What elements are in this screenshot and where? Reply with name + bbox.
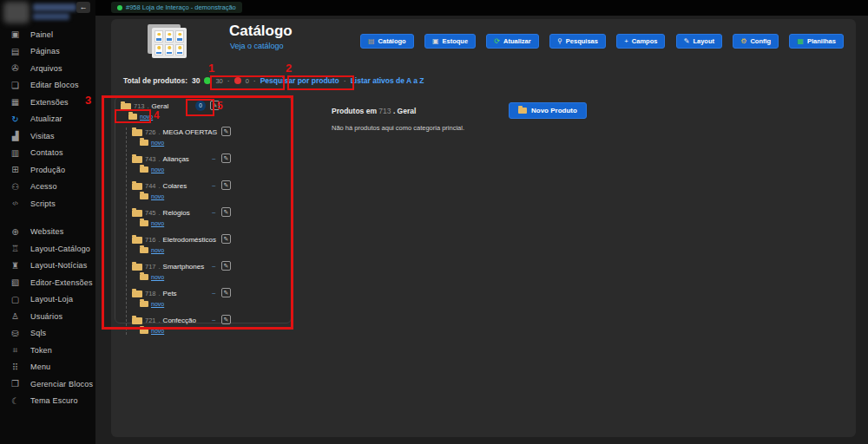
- sidebar-item-producao[interactable]: ⊞ Produção: [0, 161, 95, 179]
- edit-category-icon[interactable]: ✎: [221, 261, 231, 271]
- button-label: Pesquisas: [566, 37, 598, 45]
- category-row[interactable]: 726 . MEGA OFERTAS – ✎: [132, 127, 234, 137]
- search-product-link[interactable]: Pesquisar por produto: [260, 76, 339, 85]
- collapse-dash-icon[interactable]: –: [212, 289, 215, 297]
- new-folder-icon: [140, 274, 148, 280]
- collapse-dash-icon[interactable]: –: [212, 127, 215, 135]
- sidebar-item-contatos[interactable]: ▥ Contatos: [0, 145, 95, 162]
- pesquisas-button[interactable]: ⚲ Pesquisas: [549, 34, 606, 49]
- view-catalog-link[interactable]: Veja o catálogo: [230, 42, 284, 50]
- category-row[interactable]: 744 . Colares – ✎: [132, 181, 234, 191]
- category-number: 716: [145, 236, 156, 244]
- layout-button[interactable]: ✎ Layout: [676, 34, 722, 49]
- sidebar-item-layout-noticias[interactable]: ♜ Layout-Notícias: [0, 258, 95, 275]
- sidebar-item-tema-escuro[interactable]: ☾ Tema Escuro: [0, 393, 95, 410]
- edit-category-icon[interactable]: ✎: [221, 234, 231, 244]
- sidebar-item-layout-catalogo[interactable]: ♖ Layout-Catálogo: [0, 240, 95, 258]
- new-category-link[interactable]: novo: [151, 301, 164, 307]
- collapse-dash-icon[interactable]: –: [212, 235, 215, 243]
- catalogo-button[interactable]: ▤ Catálogo: [360, 34, 414, 49]
- new-category-link[interactable]: novo: [140, 114, 153, 120]
- category-row[interactable]: 745 . Relógios – ✎: [132, 208, 234, 218]
- root-category-row[interactable]: 713 . Geral 0 ✎: [121, 101, 223, 111]
- sidebar-item-painel[interactable]: ▣ Painel: [0, 26, 95, 43]
- new-folder-icon: [140, 247, 148, 253]
- planilhas-button[interactable]: ▦ Planilhas: [789, 34, 844, 49]
- sidebar-item-label: Visitas: [30, 132, 55, 140]
- collapse-dash-icon[interactable]: –: [212, 316, 215, 323]
- new-category-link[interactable]: novo: [151, 328, 164, 334]
- sidebar-item-acesso[interactable]: ⚇ Acesso: [0, 179, 95, 196]
- collapse-dash-icon[interactable]: –: [212, 154, 215, 162]
- config-button[interactable]: ⚙ Config: [733, 34, 779, 49]
- edit-category-icon[interactable]: ✎: [221, 180, 231, 190]
- category-row[interactable]: 717 . Smartphones – ✎: [132, 262, 234, 271]
- dot-separator: .: [159, 263, 161, 271]
- collapse-dash-icon[interactable]: –: [212, 181, 215, 189]
- sidebar-item-layout-loja[interactable]: ▢ Layout-Loja: [0, 291, 95, 309]
- atualizar-button[interactable]: ⟳ Atualizar: [486, 34, 538, 49]
- sidebar-item-sqls[interactable]: ⛁ Sqls: [0, 325, 95, 343]
- sidebar-item-menu[interactable]: ⠿ Menu: [0, 359, 95, 376]
- new-category-link[interactable]: novo: [151, 274, 164, 280]
- visitas-icon: ▟: [9, 131, 22, 140]
- category-name: Geral: [152, 102, 169, 110]
- category-name: Smartphones: [163, 263, 205, 271]
- category-row[interactable]: 721 . Confecção – ✎: [132, 316, 234, 325]
- edit-category-icon[interactable]: ✎: [221, 315, 231, 324]
- sidebar-item-editor-extensoes[interactable]: ▧ Editor-Extensões: [0, 274, 95, 291]
- sidebar-item-scripts[interactable]: ‹/› Scripts: [0, 195, 95, 212]
- editar-blocos-icon: ❏: [9, 81, 22, 90]
- sidebar-item-extensoes[interactable]: ▦ Extensões: [0, 94, 95, 111]
- category-row[interactable]: 718 . Pets – ✎: [132, 289, 234, 298]
- new-product-button[interactable]: Novo Produto: [509, 102, 587, 119]
- collapse-sidebar-button[interactable]: ←: [76, 2, 90, 13]
- folder-icon: [132, 317, 142, 324]
- category-number: 718: [145, 290, 156, 297]
- category-item: 716 . Eletrodomésticos – ✎ novo: [132, 235, 291, 254]
- campos-icon: +: [624, 37, 628, 45]
- list-az-link[interactable]: Listar ativos de A a Z: [351, 76, 424, 85]
- collapse-dash-icon[interactable]: –: [212, 262, 215, 270]
- category-item: 743 . Alianças – ✎ novo: [132, 154, 291, 173]
- campos-button[interactable]: + Campos: [616, 34, 665, 49]
- category-row[interactable]: 743 . Alianças – ✎: [132, 154, 234, 164]
- sidebar-item-usuarios[interactable]: ♙ Usuários: [0, 308, 95, 325]
- acesso-icon: ⚇: [9, 182, 22, 192]
- category-name: MEGA OFERTAS: [163, 128, 217, 136]
- edit-category-icon[interactable]: ✎: [210, 101, 220, 110]
- new-category-row: novo: [140, 139, 291, 147]
- sidebar-item-atualizar[interactable]: ↻ Atualizar: [0, 111, 95, 128]
- sidebar-item-paginas[interactable]: ▤ Páginas: [0, 43, 95, 61]
- edit-category-icon[interactable]: ✎: [221, 153, 231, 163]
- category-row[interactable]: 716 . Eletrodomésticos – ✎: [132, 235, 234, 245]
- button-label: Planilhas: [807, 37, 836, 45]
- sidebar-item-editar-blocos[interactable]: ❏ Editar Blocos: [0, 77, 95, 95]
- sidebar-item-gerenciar-blocos[interactable]: ❐ Gerenciar Blocos: [0, 375, 95, 393]
- new-category-link[interactable]: novo: [151, 220, 164, 226]
- planilhas-icon: ▦: [797, 37, 804, 45]
- folder-icon: [132, 156, 142, 163]
- new-folder-icon: [128, 114, 137, 120]
- app-page: #958 Loja de Interaço - demonstração ← ▣…: [0, 0, 868, 444]
- new-category-link[interactable]: novo: [151, 193, 164, 199]
- edit-category-icon[interactable]: ✎: [221, 127, 231, 136]
- new-category-link[interactable]: novo: [151, 166, 164, 173]
- stats-row: Total de produtos: 30 30 · 0 · Pesquisar…: [123, 76, 424, 85]
- websites-icon: ⊕: [9, 227, 22, 237]
- sidebar-item-visitas[interactable]: ▟ Visitas: [0, 127, 95, 145]
- estoque-button[interactable]: ▣ Estoque: [424, 34, 476, 49]
- sidebar-item-websites[interactable]: ⊕ Websites: [0, 224, 95, 241]
- collapse-dash-icon[interactable]: –: [212, 208, 215, 216]
- sidebar-item-arquivos[interactable]: ✇ Arquivos: [0, 60, 95, 77]
- usuarios-icon: ♙: [9, 311, 22, 321]
- edit-category-icon[interactable]: ✎: [221, 207, 231, 217]
- new-category-link[interactable]: novo: [151, 247, 164, 253]
- new-category-link[interactable]: novo: [151, 140, 164, 146]
- sidebar: ← ▣ Painel ▤ Páginas ✇ Arquivos ❏ Editar…: [0, 0, 95, 444]
- edit-category-icon[interactable]: ✎: [221, 288, 231, 297]
- sidebar-item-label: Extensões: [30, 98, 69, 107]
- sidebar-item-token[interactable]: ⌗ Token: [0, 342, 95, 359]
- folder-icon: [121, 103, 131, 110]
- sidebar-menu: ▣ Painel ▤ Páginas ✇ Arquivos ❏ Editar B…: [0, 26, 95, 409]
